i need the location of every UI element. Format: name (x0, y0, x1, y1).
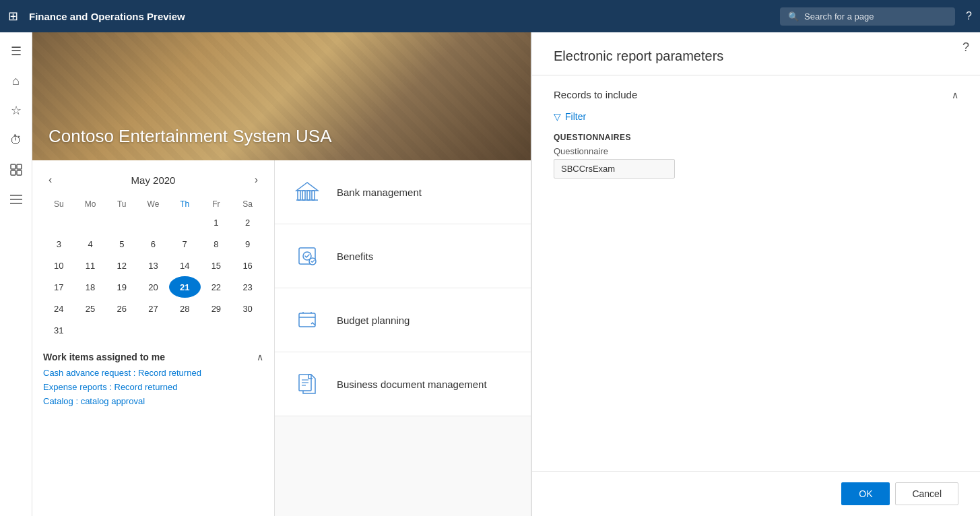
calendar-day[interactable]: 24 (43, 298, 75, 319)
search-placeholder: Search for a page (804, 11, 874, 22)
calendar-day[interactable]: 18 (75, 276, 106, 298)
calendar-day[interactable]: 4 (75, 233, 106, 255)
svg-rect-9 (307, 191, 310, 200)
calendar-day[interactable]: 22 (201, 276, 232, 298)
company-name: Contoso Entertainment System USA (48, 126, 332, 147)
sidebar-item-favorites[interactable]: ☆ (3, 97, 30, 124)
right-panel-body: Records to include ∧ ▽ Filter QUESTIONNA… (532, 75, 980, 471)
tile-budget[interactable]: Budget planning (275, 288, 531, 352)
svg-rect-1 (17, 164, 22, 169)
grid-icon[interactable]: ⊞ (8, 9, 18, 24)
tile-benefits[interactable]: Benefits (275, 224, 531, 288)
calendar-day[interactable]: 27 (137, 298, 169, 319)
work-items-collapse-button[interactable]: ∧ (257, 352, 263, 362)
filter-button[interactable]: ▽ Filter (554, 111, 586, 122)
sidebar-item-list[interactable] (3, 186, 30, 213)
calendar-day (106, 319, 137, 341)
tile-document[interactable]: Business document management (275, 352, 531, 416)
calendar-day (75, 212, 106, 233)
calendar-day[interactable]: 20 (137, 276, 169, 298)
day-header-tu: Tu (106, 197, 137, 212)
svg-point-15 (309, 258, 316, 265)
calendar-day[interactable]: 30 (232, 298, 263, 319)
budget-icon (291, 304, 323, 336)
calendar-day[interactable]: 5 (106, 233, 137, 255)
help-icon-top[interactable]: ? (962, 40, 969, 55)
calendar-day[interactable]: 6 (137, 233, 169, 255)
benefits-icon (291, 240, 323, 272)
calendar-day[interactable]: 7 (169, 233, 201, 255)
calendar-day (232, 319, 263, 341)
calendar-day[interactable]: 23 (232, 276, 263, 298)
calendar-day[interactable]: 17 (43, 276, 75, 298)
calendar-day[interactable]: 19 (106, 276, 137, 298)
tile-bank[interactable]: Bank management (275, 160, 531, 224)
sidebar-item-menu[interactable]: ☰ (3, 38, 30, 65)
calendar-day (106, 212, 137, 233)
content-left: Contoso Entertainment System USA ‹ May 2… (32, 32, 531, 516)
ok-button[interactable]: OK (841, 482, 890, 505)
work-item-link[interactable]: Cash advance request : Record returned (43, 368, 263, 378)
calendar-day[interactable]: 8 (201, 233, 232, 255)
work-items-title: Work items assigned to me (43, 352, 165, 362)
tile-label: Business document management (337, 379, 487, 390)
calendar-day[interactable]: 29 (201, 298, 232, 319)
calendar-day[interactable]: 28 (169, 298, 201, 319)
calendar-next-button[interactable]: › (249, 171, 263, 189)
bank-icon (291, 176, 323, 208)
sidebar-item-recent[interactable]: ⏱ (3, 127, 30, 154)
tile-label: Bank management (337, 187, 422, 198)
dashboard-lower: ‹ May 2020 › Su Mo Tu We Th Fr (32, 160, 531, 516)
main-layout: ☰ ⌂ ☆ ⏱ Contoso Entertainment System USA (0, 32, 980, 516)
calendar-day (75, 319, 106, 341)
day-header-fr: Fr (201, 197, 232, 212)
svg-rect-16 (299, 313, 315, 327)
calendar-day[interactable]: 3 (43, 233, 75, 255)
work-item-link[interactable]: Expense reports : Record returned (43, 382, 263, 392)
right-panel-footer: OK Cancel (532, 471, 980, 516)
calendar-day (43, 212, 75, 233)
right-panel: ? Electronic report parameters Records t… (531, 32, 980, 516)
tile-label: Budget planning (337, 315, 410, 326)
tiles-panel: Bank management Benefits Budget planning (275, 160, 531, 516)
sidebar-item-dashboard[interactable] (3, 156, 30, 183)
calendar-day[interactable]: 31 (43, 319, 75, 341)
calendar-day (137, 319, 169, 341)
records-section-title: Records to include (554, 89, 637, 100)
svg-rect-2 (11, 170, 15, 175)
calendar-day[interactable]: 2 (232, 212, 263, 233)
calendar-day (169, 319, 201, 341)
hero-banner: Contoso Entertainment System USA (32, 32, 531, 160)
sidebar-item-home[interactable]: ⌂ (3, 67, 30, 94)
day-header-mo: Mo (75, 197, 106, 212)
calendar-day[interactable]: 21 (169, 276, 201, 298)
questionnaire-input[interactable] (554, 159, 675, 179)
calendar-day[interactable]: 1 (201, 212, 232, 233)
svg-rect-10 (312, 191, 315, 200)
calendar-day[interactable]: 25 (75, 298, 106, 319)
help-icon[interactable]: ? (966, 10, 972, 22)
filter-label: Filter (565, 111, 586, 122)
tile-label: Benefits (337, 251, 373, 262)
calendar-day (137, 212, 169, 233)
calendar-day[interactable]: 10 (43, 255, 75, 276)
calendar-day[interactable]: 12 (106, 255, 137, 276)
work-item-link[interactable]: Catalog : catalog approval (43, 396, 263, 406)
questionnaires-label: QUESTIONNAIRES (554, 133, 958, 142)
calendar-day[interactable]: 16 (232, 255, 263, 276)
calendar-prev-button[interactable]: ‹ (43, 171, 57, 189)
calendar-day[interactable]: 15 (201, 255, 232, 276)
cancel-button[interactable]: Cancel (895, 482, 958, 505)
calendar-day[interactable]: 11 (75, 255, 106, 276)
search-bar[interactable]: 🔍 Search for a page (780, 7, 955, 26)
day-header-sa: Sa (232, 197, 263, 212)
work-items-header: Work items assigned to me ∧ (43, 352, 263, 362)
calendar-day (169, 212, 201, 233)
records-collapse-icon[interactable]: ∧ (952, 90, 958, 100)
calendar-day[interactable]: 14 (169, 255, 201, 276)
calendar-day[interactable]: 9 (232, 233, 263, 255)
calendar-day[interactable]: 26 (106, 298, 137, 319)
work-items-section: Work items assigned to me ∧ Cash advance… (43, 352, 263, 406)
calendar-day[interactable]: 13 (137, 255, 169, 276)
svg-marker-11 (296, 183, 318, 191)
